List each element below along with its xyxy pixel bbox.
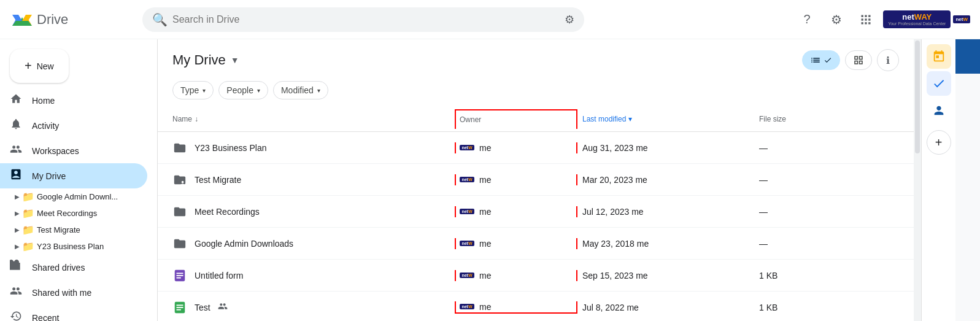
svg-rect-17 <box>177 304 183 306</box>
owner-name: me <box>479 175 491 185</box>
sidebar-item-activity[interactable]: Activity <box>0 113 147 138</box>
tree-label-meet-recordings: Meet Recordings <box>37 209 97 218</box>
my-drive-icon <box>10 168 22 184</box>
file-name-text[interactable]: Untitled form <box>195 271 243 280</box>
folder-icon <box>172 141 187 155</box>
drive-title[interactable]: My Drive ▼ <box>172 52 239 68</box>
apps-button[interactable] <box>854 7 878 32</box>
size-cell: — <box>759 175 870 185</box>
panel-contacts-button[interactable] <box>927 98 951 123</box>
tree-item-google-admin[interactable]: ▶ 📁 Google Admin Downl... <box>5 188 147 205</box>
owner-cell: netW me <box>455 174 577 185</box>
name-sort-icon: ↓ <box>195 115 198 123</box>
app-title: Drive <box>37 12 68 28</box>
file-name-cell: Meet Recordings <box>172 204 450 219</box>
sidebar-item-recent[interactable]: Recent <box>0 305 147 321</box>
owner-name: me <box>479 239 491 249</box>
size-cell: 1 KB <box>759 303 870 312</box>
bell-icon <box>10 118 22 133</box>
info-button[interactable]: ℹ <box>877 49 899 71</box>
col-owner[interactable]: Owner <box>455 109 577 129</box>
filters-row: Type ▾ People ▾ Modified ▾ <box>158 76 914 107</box>
right-strip <box>955 39 980 321</box>
plus-icon: + <box>935 136 943 150</box>
sheet-icon <box>172 300 187 315</box>
people-filter[interactable]: People ▾ <box>218 81 268 99</box>
owner-cell: netW me <box>455 270 577 281</box>
topbar-actions: ? ⚙ netWAY Your Professional Data Center <box>795 7 970 32</box>
grid-view-button[interactable] <box>845 50 872 70</box>
tree-label-google-admin: Google Admin Downl... <box>37 192 118 201</box>
panel-add-button[interactable]: + <box>927 130 951 155</box>
tree-item-meet-recordings[interactable]: ▶ 📁 Meet Recordings <box>5 205 147 222</box>
type-filter[interactable]: Type ▾ <box>172 81 214 99</box>
list-view-icon <box>810 55 821 66</box>
sidebar-item-home[interactable]: Home <box>0 88 147 113</box>
list-view-button[interactable] <box>802 50 840 70</box>
owner-avatar: netW <box>460 206 474 217</box>
panel-tasks-button[interactable] <box>927 71 951 96</box>
col-name[interactable]: Name ↓ <box>172 110 450 128</box>
svg-rect-7 <box>868 18 870 20</box>
owner-avatar: netW <box>460 301 474 312</box>
tree-item-test-migrate[interactable]: ▶ 📁 Test Migrate <box>5 222 147 238</box>
folder-icon: 📁 <box>22 241 34 252</box>
file-name-text[interactable]: Test <box>195 303 210 312</box>
grid-view-icon <box>853 55 864 66</box>
owner-cell: netW me <box>455 142 577 153</box>
file-name-text[interactable]: Y23 Business Plan <box>195 143 267 153</box>
col-owner-label: Owner <box>460 115 481 124</box>
sidebar-shared-drives-label: Shared drives <box>32 263 85 273</box>
plus-icon: + <box>25 59 32 73</box>
shared-drives-icon <box>10 260 22 275</box>
modified-filter[interactable]: Modified ▾ <box>273 81 328 99</box>
file-name-text[interactable]: Google Admin Downloads <box>195 239 293 249</box>
search-bar[interactable]: 🔍 ⚙ <box>142 7 584 32</box>
tree-item-y23-business[interactable]: ▶ 📁 Y23 Business Plan <box>5 238 147 255</box>
svg-rect-2 <box>862 15 863 17</box>
grid-icon <box>860 14 872 26</box>
folder-icon <box>172 204 187 219</box>
settings-button[interactable]: ⚙ <box>824 7 849 32</box>
table-row: Untitled form netW me Sep 15, 2023 me 1 … <box>158 260 914 292</box>
sidebar-item-shared-with-me[interactable]: Shared with me <box>0 280 147 305</box>
sidebar-shared-with-me-label: Shared with me <box>32 288 91 298</box>
drive-logo-icon <box>10 7 34 32</box>
table-header-row: Name ↓ Owner Last modified ▾ File size <box>158 107 914 132</box>
size-cell: — <box>759 143 870 153</box>
new-button[interactable]: + New <box>10 49 69 83</box>
search-input[interactable] <box>172 14 560 25</box>
sidebar-activity-label: Activity <box>32 121 59 131</box>
sidebar-my-drive-label: My Drive <box>32 171 66 181</box>
tree-label-y23-business: Y23 Business Plan <box>37 242 104 251</box>
sidebar-item-shared-drives[interactable]: Shared drives <box>0 255 147 280</box>
sidebar: + New Home Activity Workspaces <box>0 39 157 321</box>
svg-point-11 <box>182 180 184 183</box>
sidebar-item-workspaces[interactable]: Workspaces <box>0 138 147 163</box>
scrollbar-thumb[interactable] <box>915 41 920 153</box>
svg-rect-14 <box>177 275 183 276</box>
col-name-label: Name <box>172 115 192 123</box>
size-cell: — <box>759 207 870 217</box>
tree-arrow-icon: ▶ <box>15 210 20 217</box>
col-filesize[interactable]: File size <box>759 110 870 128</box>
sidebar-home-label: Home <box>32 96 55 106</box>
folder-person-icon <box>172 172 187 187</box>
folder-icon: 📁 <box>22 224 34 236</box>
people-icon <box>10 285 22 300</box>
scrollbar-track <box>914 39 921 321</box>
file-name-text[interactable]: Meet Recordings <box>195 207 260 217</box>
form-icon <box>172 268 187 283</box>
col-modified[interactable]: Last modified ▾ <box>582 110 754 128</box>
modified-filter-label: Modified <box>281 85 314 95</box>
sidebar-item-my-drive[interactable]: My Drive <box>0 163 147 188</box>
file-name-text[interactable]: Test Migrate <box>195 175 241 185</box>
modified-sort-icon: ▾ <box>628 115 632 123</box>
table-row: Test netW me Jul 8, 2022 me 1 KB ⋮ <box>158 292 914 321</box>
filter-icon[interactable]: ⚙ <box>565 13 574 26</box>
help-button[interactable]: ? <box>795 7 819 32</box>
owner-name: me <box>479 271 491 280</box>
folder-icon <box>172 236 187 251</box>
panel-calendar-button[interactable] <box>927 44 951 69</box>
logo-area: Drive <box>10 7 133 32</box>
